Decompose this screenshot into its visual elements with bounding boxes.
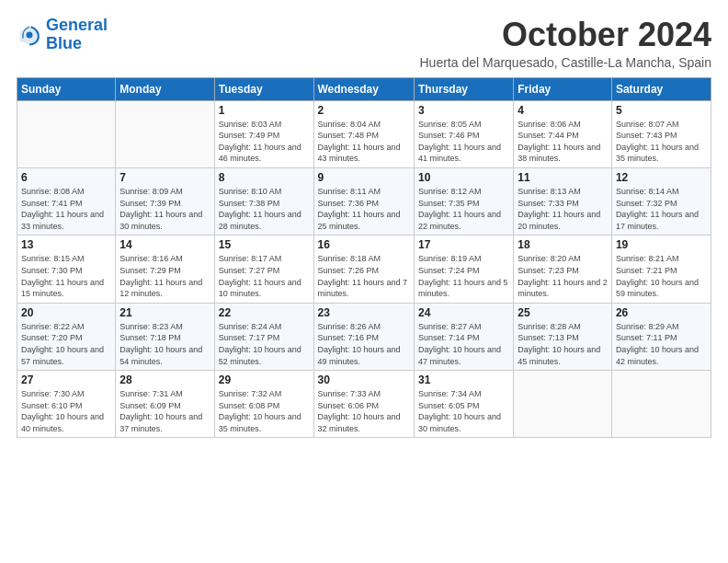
- calendar-cell: 26Sunrise: 8:29 AM Sunset: 7:11 PM Dayli…: [611, 303, 711, 370]
- day-info: Sunrise: 7:33 AM Sunset: 6:06 PM Dayligh…: [318, 388, 410, 434]
- day-number: 18: [518, 238, 608, 251]
- calendar-cell: 13Sunrise: 8:15 AM Sunset: 7:30 PM Dayli…: [17, 236, 116, 303]
- calendar-cell: 9Sunrise: 8:11 AM Sunset: 7:36 PM Daylig…: [313, 167, 414, 235]
- day-number: 26: [616, 306, 707, 319]
- calendar-week-2: 6Sunrise: 8:08 AM Sunset: 7:41 PM Daylig…: [17, 167, 711, 235]
- day-number: 3: [418, 104, 509, 117]
- day-info: Sunrise: 7:32 AM Sunset: 6:08 PM Dayligh…: [219, 388, 310, 434]
- calendar-cell: 16Sunrise: 8:18 AM Sunset: 7:26 PM Dayli…: [313, 236, 414, 303]
- day-info: Sunrise: 8:23 AM Sunset: 7:18 PM Dayligh…: [119, 321, 210, 367]
- logo-icon: [17, 22, 42, 48]
- calendar-week-3: 13Sunrise: 8:15 AM Sunset: 7:30 PM Dayli…: [17, 236, 711, 303]
- day-info: Sunrise: 8:19 AM Sunset: 7:24 PM Dayligh…: [418, 253, 509, 299]
- calendar-cell: 27Sunrise: 7:30 AM Sunset: 6:10 PM Dayli…: [17, 371, 116, 438]
- day-info: Sunrise: 8:04 AM Sunset: 7:48 PM Dayligh…: [318, 119, 410, 165]
- day-number: 31: [418, 373, 509, 386]
- day-number: 8: [219, 171, 310, 184]
- day-info: Sunrise: 8:18 AM Sunset: 7:26 PM Dayligh…: [318, 253, 410, 299]
- day-info: Sunrise: 8:10 AM Sunset: 7:38 PM Dayligh…: [219, 186, 310, 232]
- day-number: 19: [616, 238, 707, 251]
- calendar-table: Sunday Monday Tuesday Wednesday Thursday…: [17, 77, 711, 439]
- calendar-cell: 18Sunrise: 8:20 AM Sunset: 7:23 PM Dayli…: [514, 236, 612, 303]
- logo-text: General Blue: [46, 17, 108, 53]
- day-info: Sunrise: 8:05 AM Sunset: 7:46 PM Dayligh…: [418, 119, 509, 165]
- day-info: Sunrise: 8:20 AM Sunset: 7:23 PM Dayligh…: [518, 253, 608, 299]
- day-info: Sunrise: 8:27 AM Sunset: 7:14 PM Dayligh…: [418, 321, 509, 367]
- day-info: Sunrise: 8:22 AM Sunset: 7:20 PM Dayligh…: [21, 321, 111, 367]
- day-number: 15: [219, 238, 310, 251]
- day-info: Sunrise: 8:11 AM Sunset: 7:36 PM Dayligh…: [318, 186, 410, 232]
- day-number: 28: [119, 373, 210, 386]
- day-number: 25: [518, 306, 608, 319]
- day-number: 29: [219, 373, 310, 386]
- day-number: 27: [21, 373, 111, 386]
- calendar-cell: 14Sunrise: 8:16 AM Sunset: 7:29 PM Dayli…: [116, 236, 214, 303]
- day-info: Sunrise: 8:08 AM Sunset: 7:41 PM Dayligh…: [21, 186, 111, 232]
- day-number: 11: [518, 171, 608, 184]
- day-number: 17: [418, 238, 509, 251]
- svg-point-1: [27, 31, 33, 38]
- calendar-cell: 19Sunrise: 8:21 AM Sunset: 7:21 PM Dayli…: [611, 236, 711, 303]
- calendar-cell: [514, 371, 612, 438]
- day-info: Sunrise: 8:12 AM Sunset: 7:35 PM Dayligh…: [418, 186, 509, 232]
- header: General Blue October 2024 Huerta del Mar…: [17, 17, 711, 70]
- day-info: Sunrise: 8:16 AM Sunset: 7:29 PM Dayligh…: [119, 253, 210, 299]
- day-info: Sunrise: 8:15 AM Sunset: 7:30 PM Dayligh…: [21, 253, 111, 299]
- day-number: 2: [318, 104, 410, 117]
- day-info: Sunrise: 8:13 AM Sunset: 7:33 PM Dayligh…: [518, 186, 608, 232]
- calendar-cell: 24Sunrise: 8:27 AM Sunset: 7:14 PM Dayli…: [414, 303, 513, 370]
- day-number: 10: [418, 171, 509, 184]
- day-info: Sunrise: 8:17 AM Sunset: 7:27 PM Dayligh…: [219, 253, 310, 299]
- day-info: Sunrise: 8:06 AM Sunset: 7:44 PM Dayligh…: [518, 119, 608, 165]
- calendar-cell: 11Sunrise: 8:13 AM Sunset: 7:33 PM Dayli…: [514, 167, 612, 235]
- calendar-cell: 23Sunrise: 8:26 AM Sunset: 7:16 PM Dayli…: [313, 303, 414, 370]
- calendar-cell: 20Sunrise: 8:22 AM Sunset: 7:20 PM Dayli…: [17, 303, 116, 370]
- calendar-cell: [116, 100, 214, 167]
- day-number: 20: [21, 306, 111, 319]
- col-wednesday: Wednesday: [313, 77, 414, 100]
- calendar-cell: 1Sunrise: 8:03 AM Sunset: 7:49 PM Daylig…: [214, 100, 313, 167]
- logo-blue: Blue: [46, 34, 82, 52]
- calendar-cell: 5Sunrise: 8:07 AM Sunset: 7:43 PM Daylig…: [611, 100, 711, 167]
- calendar-cell: 17Sunrise: 8:19 AM Sunset: 7:24 PM Dayli…: [414, 236, 513, 303]
- calendar-cell: 28Sunrise: 7:31 AM Sunset: 6:09 PM Dayli…: [116, 371, 214, 438]
- day-number: 5: [616, 104, 707, 117]
- col-friday: Friday: [514, 77, 612, 100]
- day-number: 6: [21, 171, 111, 184]
- day-number: 21: [119, 306, 210, 319]
- calendar-cell: 7Sunrise: 8:09 AM Sunset: 7:39 PM Daylig…: [116, 167, 214, 235]
- day-number: 7: [119, 171, 210, 184]
- day-info: Sunrise: 8:07 AM Sunset: 7:43 PM Dayligh…: [616, 119, 707, 165]
- calendar-body: 1Sunrise: 8:03 AM Sunset: 7:49 PM Daylig…: [17, 100, 711, 438]
- day-number: 4: [518, 104, 608, 117]
- day-number: 9: [318, 171, 410, 184]
- calendar-cell: 21Sunrise: 8:23 AM Sunset: 7:18 PM Dayli…: [116, 303, 214, 370]
- calendar-cell: [611, 371, 711, 438]
- calendar-cell: 29Sunrise: 7:32 AM Sunset: 6:08 PM Dayli…: [214, 371, 313, 438]
- day-info: Sunrise: 8:09 AM Sunset: 7:39 PM Dayligh…: [119, 186, 210, 232]
- day-number: 24: [418, 306, 509, 319]
- calendar-cell: 3Sunrise: 8:05 AM Sunset: 7:46 PM Daylig…: [414, 100, 513, 167]
- col-monday: Monday: [116, 77, 214, 100]
- logo-general: General: [46, 16, 108, 34]
- day-info: Sunrise: 8:14 AM Sunset: 7:32 PM Dayligh…: [616, 186, 707, 232]
- day-info: Sunrise: 7:30 AM Sunset: 6:10 PM Dayligh…: [21, 388, 111, 434]
- logo: General Blue: [17, 17, 108, 53]
- day-info: Sunrise: 8:03 AM Sunset: 7:49 PM Dayligh…: [219, 119, 310, 165]
- col-sunday: Sunday: [17, 77, 116, 100]
- day-number: 14: [119, 238, 210, 251]
- calendar-cell: 2Sunrise: 8:04 AM Sunset: 7:48 PM Daylig…: [313, 100, 414, 167]
- day-number: 13: [21, 238, 111, 251]
- calendar-cell: 12Sunrise: 8:14 AM Sunset: 7:32 PM Dayli…: [611, 167, 711, 235]
- month-title: October 2024: [419, 17, 711, 53]
- calendar-cell: 25Sunrise: 8:28 AM Sunset: 7:13 PM Dayli…: [514, 303, 612, 370]
- day-number: 23: [318, 306, 410, 319]
- day-info: Sunrise: 7:31 AM Sunset: 6:09 PM Dayligh…: [119, 388, 210, 434]
- calendar-header: Sunday Monday Tuesday Wednesday Thursday…: [17, 77, 711, 100]
- day-info: Sunrise: 8:24 AM Sunset: 7:17 PM Dayligh…: [219, 321, 310, 367]
- col-saturday: Saturday: [611, 77, 711, 100]
- day-info: Sunrise: 7:34 AM Sunset: 6:05 PM Dayligh…: [418, 388, 509, 434]
- calendar-week-1: 1Sunrise: 8:03 AM Sunset: 7:49 PM Daylig…: [17, 100, 711, 167]
- title-block: October 2024 Huerta del Marquesado, Cast…: [419, 17, 711, 70]
- calendar-week-4: 20Sunrise: 8:22 AM Sunset: 7:20 PM Dayli…: [17, 303, 711, 370]
